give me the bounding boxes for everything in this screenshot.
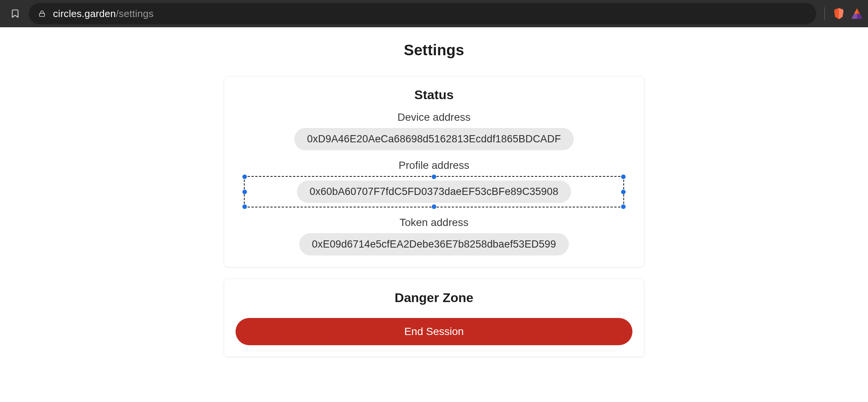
selection-handle-icon[interactable] — [242, 190, 247, 194]
settings-page: Settings Status Device address 0xD9A46E2… — [0, 27, 868, 357]
address-bar[interactable]: circles.garden/settings — [29, 3, 816, 24]
status-title: Status — [224, 87, 644, 102]
selection-handle-icon[interactable] — [621, 175, 626, 179]
status-card: Status Device address 0xD9A46E20AeCa6869… — [224, 77, 644, 267]
divider — [824, 7, 825, 20]
selection-handle-icon[interactable] — [242, 204, 247, 209]
end-session-button[interactable]: End Session — [236, 318, 632, 345]
selection-handle-icon[interactable] — [621, 190, 626, 194]
url-path: /settings — [116, 8, 154, 19]
svg-rect-0 — [39, 13, 44, 16]
url-domain: circles.garden — [53, 8, 116, 19]
selection-handle-icon[interactable] — [432, 204, 436, 209]
token-address-value[interactable]: 0xE09d6714e5cfEA2Debe36E7b8258dbaef53ED5… — [299, 233, 569, 256]
bookmark-button[interactable] — [5, 3, 26, 24]
page-title: Settings — [404, 42, 464, 59]
extension-icons — [819, 7, 863, 20]
selection-handle-icon[interactable] — [432, 175, 436, 179]
danger-zone-title: Danger Zone — [224, 290, 644, 305]
bookmark-icon — [10, 9, 20, 19]
profile-address-value[interactable]: 0x60bA60707F7fdC5FD0373daeEF53cBFe89C359… — [297, 181, 571, 203]
browser-bar: circles.garden/settings — [0, 0, 868, 27]
selection-handle-icon[interactable] — [242, 175, 247, 179]
token-address-label: Token address — [224, 217, 644, 229]
url-text: circles.garden/settings — [53, 8, 154, 20]
lock-icon — [38, 9, 46, 18]
brave-rewards-icon[interactable] — [851, 7, 863, 20]
profile-address-label: Profile address — [224, 159, 644, 171]
selection-handle-icon[interactable] — [621, 204, 626, 209]
profile-address-selection[interactable]: 0x60bA60707F7fdC5FD0373daeEF53cBFe89C359… — [224, 176, 644, 207]
device-address-value[interactable]: 0xD9A46E20AeCa68698d5162813Ecddf1865BDCA… — [294, 128, 574, 150]
brave-shields-icon[interactable] — [832, 7, 845, 20]
device-address-label: Device address — [224, 111, 644, 123]
danger-zone-card: Danger Zone End Session — [224, 279, 644, 357]
